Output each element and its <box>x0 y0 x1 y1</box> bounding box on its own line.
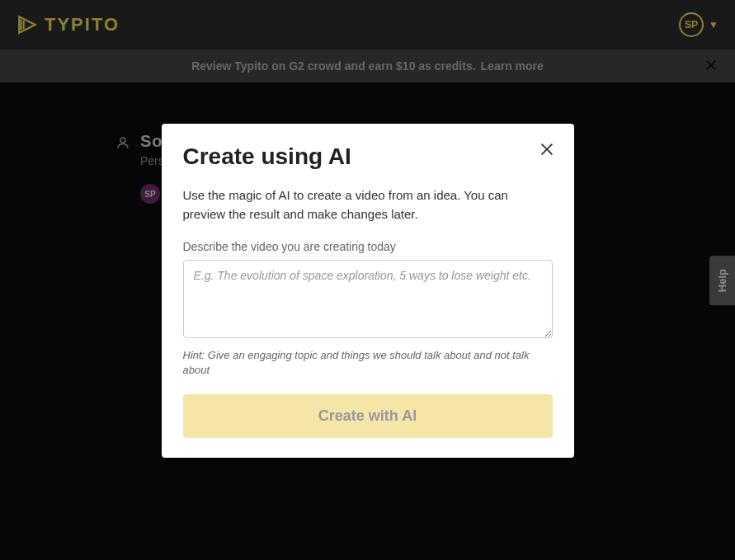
modal-description: Use the magic of AI to create a video fr… <box>183 186 553 224</box>
modal-title: Create using AI <box>183 144 553 170</box>
field-label: Describe the video you are creating toda… <box>183 240 553 253</box>
modal-close-button[interactable] <box>538 140 556 162</box>
create-with-ai-button[interactable]: Create with AI <box>183 394 553 438</box>
modal-overlay: Create using AI Use the magic of AI to c… <box>0 0 735 560</box>
prompt-textarea[interactable] <box>183 260 553 338</box>
hint-text: Hint: Give an engaging topic and things … <box>183 348 553 378</box>
create-ai-modal: Create using AI Use the magic of AI to c… <box>162 124 574 458</box>
